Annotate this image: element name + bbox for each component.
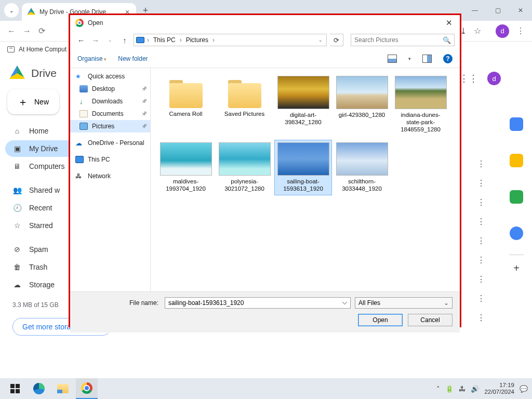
location-dropdown-icon[interactable]: ⌄: [317, 37, 324, 43]
taskbar-explorer[interactable]: [52, 378, 74, 399]
kebab-icon[interactable]: ⋮: [475, 313, 487, 332]
kebab-icon[interactable]: ⋮: [475, 236, 487, 255]
search-input[interactable]: [354, 36, 443, 44]
nav-back-icon[interactable]: ←: [75, 36, 87, 45]
trash-icon: 🗑: [12, 263, 22, 271]
new-folder-button[interactable]: New folder: [118, 55, 148, 62]
kebab-icon[interactable]: ⋮: [475, 178, 487, 197]
tray-overflow-icon[interactable]: ˄: [436, 385, 440, 393]
nav-network[interactable]: Network: [70, 170, 150, 182]
sidebar-label: Computers: [29, 162, 64, 170]
help-icon[interactable]: ?: [443, 54, 453, 63]
nav-desktop[interactable]: Desktop: [70, 83, 150, 95]
back-icon[interactable]: ←: [7, 26, 16, 36]
bookmark-star-icon[interactable]: ☆: [474, 26, 481, 36]
notifications-icon[interactable]: 💬: [520, 385, 528, 393]
kebab-icon[interactable]: ⋮: [475, 255, 487, 274]
image-thumbnail: [336, 76, 388, 109]
breadcrumb-this-pc[interactable]: This PC: [152, 36, 177, 44]
file-item[interactable]: girl-429380_1280: [333, 73, 391, 136]
network-icon[interactable]: 🖧: [459, 385, 466, 393]
explorer-icon: [57, 384, 69, 393]
file-grid: Camera RollSaved Picturesdigital-art-398…: [157, 73, 454, 195]
windows-icon: [10, 384, 20, 393]
file-item[interactable]: indiana-dunes-state-park-1848559_1280: [392, 73, 449, 136]
location-bar[interactable]: › This PC › Pictures › ⌄: [134, 34, 327, 46]
organise-menu[interactable]: Organise: [77, 55, 107, 62]
nav-up-icon[interactable]: ↑: [119, 36, 130, 45]
calendar-icon[interactable]: [510, 117, 523, 131]
nav-label: Desktop: [92, 85, 115, 92]
nav-onedrive[interactable]: OneDrive - Personal: [70, 137, 150, 149]
search-icon[interactable]: 🔍: [443, 36, 451, 44]
clock[interactable]: 17:19 22/07/2024: [484, 382, 514, 395]
nav-label: This PC: [88, 156, 110, 163]
taskbar: ˄ 🔋 🖧 🔊 17:19 22/07/2024 💬: [0, 378, 532, 399]
file-type-select[interactable]: All Files: [355, 297, 453, 309]
taskbar-edge[interactable]: [28, 378, 50, 399]
view-options-icon[interactable]: [388, 55, 397, 63]
this-pc-icon: [75, 156, 84, 163]
maximize-icon[interactable]: ▢: [486, 0, 509, 21]
view-dropdown-icon[interactable]: ▾: [408, 56, 411, 61]
kebab-icon[interactable]: ⋮: [475, 274, 487, 294]
tab-search-icon[interactable]: ⌄: [4, 3, 19, 18]
minimize-icon[interactable]: —: [463, 0, 486, 21]
nav-label: Pictures: [92, 123, 114, 130]
drive-favicon-icon: [27, 8, 35, 16]
volume-icon[interactable]: 🔊: [471, 385, 479, 393]
kebab-icon[interactable]: ⋮: [475, 159, 487, 178]
nav-this-pc[interactable]: This PC: [70, 153, 150, 166]
dialog-titlebar: Open ✕: [70, 15, 460, 31]
file-label: indiana-dunes-state-park-1848559_1280: [394, 112, 447, 133]
nav-label: OneDrive - Personal: [88, 139, 144, 147]
dialog-close-icon[interactable]: ✕: [444, 18, 455, 28]
nav-pictures[interactable]: Pictures: [70, 120, 150, 132]
file-item[interactable]: polynesia-3021072_1280: [216, 140, 273, 195]
open-button[interactable]: Open: [358, 314, 403, 326]
nav-label: Network: [88, 172, 111, 180]
nav-recent-icon[interactable]: ⌄: [104, 37, 116, 43]
nav-downloads[interactable]: Downloads: [70, 95, 150, 108]
file-item[interactable]: Camera Roll: [157, 73, 215, 136]
file-name-input[interactable]: [165, 297, 351, 309]
cancel-button[interactable]: Cancel: [408, 314, 453, 326]
contacts-icon[interactable]: [510, 227, 523, 240]
file-item[interactable]: schilthorn-3033448_1920: [333, 140, 391, 195]
dialog-title: Open: [88, 19, 103, 26]
file-label: Saved Pictures: [218, 111, 271, 125]
quick-access-icon: ★: [75, 73, 84, 80]
keep-icon[interactable]: [510, 154, 523, 167]
chrome-icon: [81, 382, 92, 394]
file-item[interactable]: Saved Pictures: [216, 73, 273, 136]
kebab-icon[interactable]: ⋮: [475, 197, 487, 217]
search-box[interactable]: 🔍: [351, 34, 455, 46]
taskbar-chrome[interactable]: [76, 378, 98, 399]
nav-documents[interactable]: Documents: [70, 108, 150, 120]
battery-icon[interactable]: 🔋: [445, 385, 454, 393]
chrome-menu-icon[interactable]: ⋮: [516, 26, 525, 36]
file-item[interactable]: sailing-boat-1593613_1920: [274, 140, 332, 195]
profile-avatar[interactable]: d: [496, 24, 509, 38]
file-item[interactable]: digital-art-398342_1280: [274, 73, 332, 136]
nav-label: Documents: [92, 110, 124, 117]
pictures-icon: [79, 123, 88, 130]
close-window-icon[interactable]: ✕: [509, 0, 532, 21]
location-refresh-icon[interactable]: ⟳: [330, 34, 343, 46]
addons-plus-icon[interactable]: +: [513, 262, 520, 274]
kebab-icon[interactable]: ⋮: [475, 294, 487, 313]
preview-pane-icon[interactable]: [422, 55, 432, 63]
forward-icon[interactable]: →: [23, 26, 31, 36]
account-avatar[interactable]: d: [487, 72, 501, 85]
bookmark-item[interactable]: At Home Comput: [19, 46, 66, 53]
start-button[interactable]: [4, 378, 26, 399]
file-item[interactable]: maldives-1993704_1920: [157, 140, 215, 195]
tasks-icon[interactable]: [510, 190, 523, 204]
breadcrumb-pictures[interactable]: Pictures: [184, 36, 210, 44]
new-button[interactable]: ＋ New: [7, 89, 59, 114]
nav-forward-icon[interactable]: →: [90, 36, 101, 45]
nav-quick-access[interactable]: ★Quick access: [70, 70, 150, 83]
kebab-icon[interactable]: ⋮: [475, 217, 487, 236]
spam-icon: ⊘: [12, 245, 22, 254]
refresh-icon[interactable]: ⟳: [38, 26, 45, 36]
